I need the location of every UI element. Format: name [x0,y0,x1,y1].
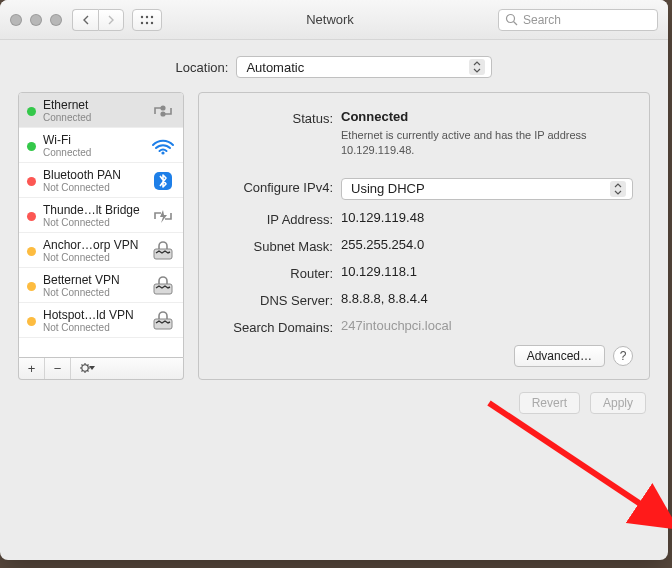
detail-footer: Advanced… ? [215,345,633,367]
location-row: Location: Automatic [18,56,650,78]
minimize-window-icon[interactable] [30,14,42,26]
service-list[interactable]: EthernetConnectedWi-FiConnectedBluetooth… [18,92,184,358]
sidebar-item-ethernet[interactable]: EthernetConnected [19,93,183,128]
item-name: Bluetooth PAN [43,168,142,182]
svg-point-5 [151,21,153,23]
wifi-icon [149,135,177,157]
item-status: Not Connected [43,252,142,263]
zoom-window-icon[interactable] [50,14,62,26]
status-dot-icon [27,212,36,221]
status-dot-icon [27,317,36,326]
search-domains-value: 247intouchpci.local [341,318,633,335]
configure-ipv4-label: Configure IPv4: [215,178,341,200]
service-actions-button[interactable] [71,358,105,379]
item-text: Bluetooth PANNot Connected [43,168,142,193]
traffic-lights [10,14,62,26]
svg-point-8 [161,106,165,110]
subnet-mask-value: 255.255.254.0 [341,237,633,254]
chevron-updown-icon [610,181,626,197]
svg-point-1 [146,15,148,17]
svg-line-7 [514,21,518,25]
item-text: Thunde…lt BridgeNot Connected [43,203,142,228]
detail-pane: Status: Connected Ethernet is currently … [198,92,650,380]
status-description: Ethernet is currently active and has the… [341,128,633,158]
svg-line-20 [82,365,83,366]
location-value: Automatic [246,60,304,75]
bluetooth-icon [149,170,177,192]
revert-button[interactable]: Revert [519,392,580,414]
search-domains-label: Search Domains: [215,318,341,335]
list-toolbar: + − [18,358,184,380]
nav-back-forward [72,9,124,31]
help-button[interactable]: ? [613,346,633,366]
ip-address-value: 10.129.119.48 [341,210,633,227]
item-status: Connected [43,147,142,158]
sidebar: EthernetConnectedWi-FiConnectedBluetooth… [18,92,184,380]
status-dot-icon [27,107,36,116]
columns: EthernetConnectedWi-FiConnectedBluetooth… [18,92,650,380]
svg-point-10 [161,151,164,154]
router-value: 10.129.118.1 [341,264,633,281]
search-wrap [498,9,658,31]
search-input[interactable] [498,9,658,31]
vpn-icon [149,275,177,297]
sidebar-item-betternet-vpn[interactable]: Betternet VPNNot Connected [19,268,183,303]
item-text: Betternet VPNNot Connected [43,273,142,298]
item-status: Not Connected [43,182,142,193]
status-dot-icon [27,177,36,186]
sidebar-item-thunde-lt-bridge[interactable]: Thunde…lt BridgeNot Connected [19,198,183,233]
body: Location: Automatic EthernetConnectedWi-… [0,40,668,428]
status-label: Status: [215,109,341,158]
thunderbolt-icon [149,205,177,227]
add-service-button[interactable]: + [19,358,45,379]
show-all-button[interactable] [132,9,162,31]
window-title: Network [162,12,498,27]
search-icon [505,13,518,26]
svg-point-3 [141,21,143,23]
svg-line-21 [88,371,89,372]
advanced-button[interactable]: Advanced… [514,345,605,367]
item-name: Betternet VPN [43,273,142,287]
location-select[interactable]: Automatic [236,56,492,78]
router-label: Router: [215,264,341,281]
sidebar-item-hotspot-ld-vpn[interactable]: Hotspot…ld VPNNot Connected [19,303,183,338]
chevron-updown-icon [469,59,485,75]
forward-button[interactable] [98,9,124,31]
svg-point-4 [146,21,148,23]
svg-rect-14 [154,319,172,329]
ethernet-icon [149,100,177,122]
annotation-arrow [479,393,672,553]
remove-service-button[interactable]: − [45,358,71,379]
subnet-mask-label: Subnet Mask: [215,237,341,254]
item-text: Anchor…orp VPNNot Connected [43,238,142,263]
titlebar: Network [0,0,668,40]
gear-icon [78,362,98,374]
item-name: Ethernet [43,98,142,112]
back-button[interactable] [72,9,98,31]
ip-address-label: IP Address: [215,210,341,227]
item-name: Wi-Fi [43,133,142,147]
item-name: Thunde…lt Bridge [43,203,142,217]
configure-ipv4-select[interactable]: Using DHCP [341,178,633,200]
svg-point-6 [507,14,515,22]
sidebar-item-bluetooth-pan[interactable]: Bluetooth PANNot Connected [19,163,183,198]
svg-point-2 [151,15,153,17]
configure-ipv4-value: Using DHCP [351,181,425,196]
close-window-icon[interactable] [10,14,22,26]
svg-line-22 [82,371,83,372]
sidebar-item-anchor-orp-vpn[interactable]: Anchor…orp VPNNot Connected [19,233,183,268]
network-preferences-window: Network Location: Automatic EthernetConn… [0,0,668,560]
status-dot-icon [27,142,36,151]
item-status: Not Connected [43,217,142,228]
apply-button[interactable]: Apply [590,392,646,414]
svg-rect-13 [154,284,172,294]
item-name: Hotspot…ld VPN [43,308,142,322]
status-dot-icon [27,282,36,291]
item-text: EthernetConnected [43,98,142,123]
item-status: Not Connected [43,287,142,298]
location-label: Location: [176,60,229,75]
dns-server-label: DNS Server: [215,291,341,308]
status-value: Connected [341,109,408,124]
sidebar-item-wi-fi[interactable]: Wi-FiConnected [19,128,183,163]
svg-point-15 [82,365,88,371]
